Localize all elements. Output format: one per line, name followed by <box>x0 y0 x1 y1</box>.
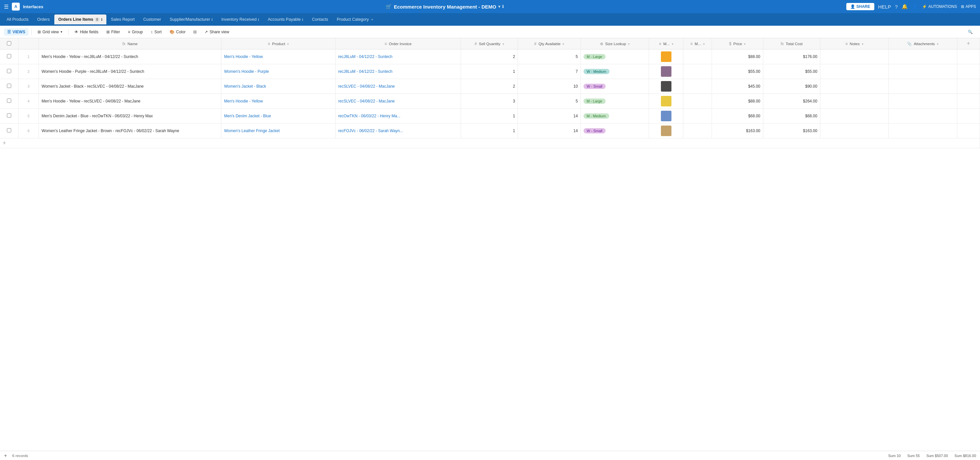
header-product[interactable]: ≡ Product ▾ <box>221 38 335 50</box>
cell-media-5[interactable] <box>649 109 683 123</box>
row-select-checkbox[interactable] <box>7 84 11 88</box>
header-name[interactable]: fx Name <box>39 38 221 50</box>
cell-total-cost-4[interactable]: $264.00 <box>763 94 820 109</box>
cell-invoice-3[interactable]: recSLVEC - 04/08/22 - MacJane <box>335 79 461 94</box>
header-size-lookup[interactable]: ⊕ Size Lookup ▾ <box>581 38 649 50</box>
cell-price-5[interactable]: $68.00 <box>712 109 763 123</box>
sort-button[interactable]: ↕ Sort <box>148 28 165 35</box>
search-button[interactable]: 🔍 <box>964 28 976 35</box>
share-button[interactable]: 👤 SHARE <box>846 3 874 10</box>
cell-invoice-2[interactable]: recJ8LuM - 04/12/22 - Suntech <box>335 64 461 79</box>
cell-notes-6[interactable] <box>820 123 888 138</box>
cell-name-2[interactable]: Women's Hoodie - Purple - recJ8LuM - 04/… <box>39 64 221 79</box>
color-button[interactable]: 🎨 Color <box>166 28 189 35</box>
header-notes[interactable]: ≡ Notes ▾ <box>820 38 888 50</box>
add-row-plus[interactable]: + <box>4 453 7 459</box>
cell-price-4[interactable]: $88.00 <box>712 94 763 109</box>
cell-product-1[interactable]: Men's Hoodie - Yellow <box>221 50 335 64</box>
cell-m-5[interactable] <box>683 109 712 123</box>
cell-media-6[interactable] <box>649 123 683 138</box>
cell-invoice-1[interactable]: recJ8LuM - 04/12/22 - Suntech <box>335 50 461 64</box>
cell-price-2[interactable]: $55.00 <box>712 64 763 79</box>
row-checkbox-6[interactable] <box>0 123 18 138</box>
cell-notes-3[interactable] <box>820 79 888 94</box>
row-checkbox-4[interactable] <box>0 94 18 109</box>
cell-qty-avail-5[interactable]: 14 <box>518 109 581 123</box>
group-button[interactable]: ≡ Group <box>124 28 146 35</box>
cell-name-5[interactable]: Men's Denim Jacket - Blue - recOwTKN - 0… <box>39 109 221 123</box>
notification-icon[interactable]: 🔔 <box>902 4 908 10</box>
row-checkbox-2[interactable] <box>0 64 18 79</box>
cell-attachments-5[interactable] <box>888 109 957 123</box>
tab-product-category[interactable]: Product Category ＋ <box>333 14 378 24</box>
help-icon[interactable]: ? <box>895 4 898 10</box>
automations-button[interactable]: ⚡ AUTOMATIONS <box>922 4 957 9</box>
cell-price-3[interactable]: $45.00 <box>712 79 763 94</box>
tab-inventory-received[interactable]: Inventory Received ℹ <box>217 14 263 24</box>
cell-total-cost-3[interactable]: $90.00 <box>763 79 820 94</box>
cell-sell-qty-1[interactable]: 2 <box>461 50 518 64</box>
tab-accounts-payable[interactable]: Accounts Payable ℹ <box>264 14 307 24</box>
cell-name-6[interactable]: Women's Leather Fringe Jacket - Brown - … <box>39 123 221 138</box>
cell-product-5[interactable]: Men's Denim Jacket - Blue <box>221 109 335 123</box>
cell-total-cost-5[interactable]: $68.00 <box>763 109 820 123</box>
row-checkbox-5[interactable] <box>0 109 18 123</box>
tab-sales-report[interactable]: Sales Report <box>107 14 138 24</box>
row-select-checkbox[interactable] <box>7 69 11 73</box>
header-attachments[interactable]: 📎 Attachments ▾ <box>888 38 957 50</box>
filter-button[interactable]: ⊞ Filter <box>103 28 124 35</box>
row-height-button[interactable]: ⊟ <box>190 28 200 35</box>
cell-m-2[interactable] <box>683 64 712 79</box>
header-total-cost[interactable]: fx Total Cost <box>763 38 820 50</box>
cell-notes-5[interactable] <box>820 109 888 123</box>
app-info-icon[interactable]: ℹ <box>502 4 504 9</box>
cell-media-1[interactable] <box>649 50 683 64</box>
cell-size-6[interactable]: W - Small <box>581 123 649 138</box>
tab-orders-line-items[interactable]: Orders Line Items 0 ℹ <box>54 14 107 24</box>
cell-attachments-2[interactable] <box>888 64 957 79</box>
cell-qty-avail-3[interactable]: 10 <box>518 79 581 94</box>
cell-notes-2[interactable] <box>820 64 888 79</box>
cell-size-4[interactable]: M - Large <box>581 94 649 109</box>
row-checkbox-1[interactable] <box>0 50 18 64</box>
cell-attachments-1[interactable] <box>888 50 957 64</box>
header-sell-qty[interactable]: # Sell Quantity ▾ <box>461 38 518 50</box>
tab-supplier[interactable]: Supplier/Manufacturer ℹ <box>165 14 217 24</box>
cell-m-4[interactable] <box>683 94 712 109</box>
hide-fields-button[interactable]: 👁 Hide fields <box>71 28 102 35</box>
cell-attachments-4[interactable] <box>888 94 957 109</box>
cell-qty-avail-1[interactable]: 5 <box>518 50 581 64</box>
header-add-column[interactable]: + <box>957 38 980 50</box>
cell-media-2[interactable] <box>649 64 683 79</box>
dropdown-icon[interactable]: ▾ <box>498 4 500 9</box>
tab-customer[interactable]: Customer <box>139 14 165 24</box>
cell-total-cost-2[interactable]: $55.00 <box>763 64 820 79</box>
cell-invoice-5[interactable]: recOwTKN - 06/03/22 - Henry Ma... <box>335 109 461 123</box>
tab-orders[interactable]: Orders <box>33 14 54 24</box>
cell-m-3[interactable] <box>683 79 712 94</box>
cell-sell-qty-6[interactable]: 1 <box>461 123 518 138</box>
cell-product-6[interactable]: Women's Leather Fringe Jacket <box>221 123 335 138</box>
cell-qty-avail-4[interactable]: 5 <box>518 94 581 109</box>
share-view-button[interactable]: ↗ Share view <box>201 28 232 35</box>
header-qty-avail[interactable]: # Qty Available ▾ <box>518 38 581 50</box>
cell-qty-avail-6[interactable]: 14 <box>518 123 581 138</box>
cell-sell-qty-3[interactable]: 2 <box>461 79 518 94</box>
cell-name-3[interactable]: Women's Jacket - Black - recSLVEC - 04/0… <box>39 79 221 94</box>
cell-total-cost-1[interactable]: $176.00 <box>763 50 820 64</box>
cell-sell-qty-5[interactable]: 1 <box>461 109 518 123</box>
cell-notes-4[interactable] <box>820 94 888 109</box>
cell-name-4[interactable]: Men's Hoodie - Yellow - recSLVEC - 04/08… <box>39 94 221 109</box>
select-all-checkbox[interactable] <box>7 41 11 45</box>
header-checkbox[interactable] <box>0 38 18 50</box>
cell-attachments-6[interactable] <box>888 123 957 138</box>
row-select-checkbox[interactable] <box>7 54 11 58</box>
row-checkbox-3[interactable] <box>0 79 18 94</box>
cell-price-1[interactable]: $88.00 <box>712 50 763 64</box>
header-price[interactable]: $ Price ▾ <box>712 38 763 50</box>
header-m[interactable]: ≡ M... ▾ <box>683 38 712 50</box>
row-select-checkbox[interactable] <box>7 99 11 103</box>
row-select-checkbox[interactable] <box>7 128 11 133</box>
cell-media-4[interactable] <box>649 94 683 109</box>
cell-product-2[interactable]: Women's Hoodie - Purple <box>221 64 335 79</box>
